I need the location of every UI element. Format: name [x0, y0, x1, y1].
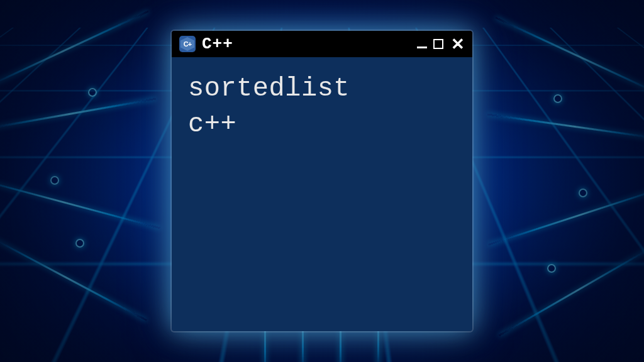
bg-circuit-node	[50, 176, 59, 185]
terminal-window: C+ C++ ✕ sortedlist c++	[172, 31, 472, 331]
bg-circuit-line	[495, 17, 644, 99]
window-title: C++	[202, 35, 417, 53]
bg-circuit-line	[0, 175, 160, 229]
bg-circuit-node	[553, 94, 562, 103]
bg-circuit-line	[0, 98, 156, 131]
app-icon-label: C+	[184, 40, 191, 48]
cpp-app-icon: C+	[179, 36, 196, 52]
bg-circuit-node	[75, 239, 84, 248]
bg-circuit-node	[579, 189, 587, 197]
window-controls: ✕	[417, 36, 465, 52]
maximize-button[interactable]	[433, 39, 443, 49]
minimize-button[interactable]	[417, 47, 427, 48]
content-line: sortedlist	[188, 71, 456, 107]
bg-circuit-line	[487, 114, 644, 140]
close-button[interactable]: ✕	[451, 36, 465, 52]
bg-circuit-node	[547, 264, 556, 273]
bg-circuit-line	[499, 244, 644, 337]
bg-circuit-node	[88, 88, 97, 97]
bg-circuit-line	[0, 11, 149, 92]
terminal-content: sortedlist c++	[172, 57, 472, 156]
bg-circuit-line	[0, 234, 147, 321]
bg-circuit-line	[488, 184, 644, 246]
content-line: c++	[188, 107, 456, 143]
window-titlebar[interactable]: C+ C++ ✕	[172, 31, 472, 57]
